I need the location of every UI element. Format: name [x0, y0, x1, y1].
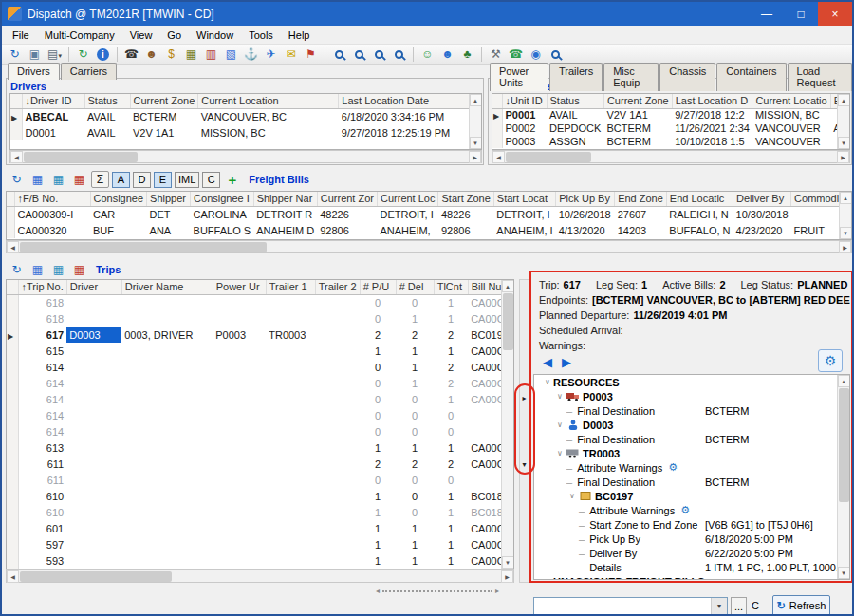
trips-cell[interactable]: 618 [18, 294, 66, 310]
trips-col-driver-name[interactable]: Driver Name [121, 280, 213, 294]
trips-cell[interactable] [121, 343, 213, 359]
drivers-cell[interactable]: D0001 [22, 124, 84, 140]
trips-cell[interactable]: 0 [360, 294, 396, 310]
power-units-col-last-location-d[interactable]: Last Location D [672, 94, 752, 108]
trips-cell[interactable]: 1 [360, 520, 396, 536]
freight-bills-cell[interactable]: 10/30/2018 [733, 206, 791, 222]
trips-cell[interactable] [66, 552, 121, 569]
trips-cell[interactable] [121, 552, 213, 569]
trips-cell[interactable]: 610 [18, 504, 66, 520]
ship-icon[interactable]: ⚓ [242, 46, 260, 63]
trips-cell[interactable]: 1 [396, 536, 434, 552]
trips-cell[interactable] [121, 439, 213, 456]
trips-cell[interactable] [213, 536, 266, 552]
previous-leg-button[interactable] [539, 353, 556, 370]
trips-cell[interactable] [66, 488, 121, 504]
freight-bills-cell[interactable]: 27607 [615, 206, 667, 222]
freight-bills-filter-c[interactable]: C [202, 172, 220, 188]
trips-row[interactable]: 597111CA00C [7, 536, 511, 552]
trips-cell[interactable] [213, 294, 266, 310]
refresh-icon[interactable]: ↻ [8, 261, 26, 278]
chevron-down-icon[interactable] [542, 577, 553, 580]
splitter-expand-icon[interactable] [520, 458, 529, 471]
freight-bills-filter-d[interactable]: D [133, 172, 151, 188]
equipment-tab-power-units[interactable]: Power Units [490, 63, 548, 91]
trips-cell[interactable]: TR0003 [266, 327, 315, 343]
power-units-cell[interactable]: MISSION, BC [752, 108, 830, 121]
freight-bills-cell[interactable]: 92806 [438, 222, 493, 238]
trips-row[interactable]: 618011CA00C [7, 310, 511, 327]
trips-row[interactable]: 601111CA00C [7, 520, 511, 536]
money-icon[interactable]: $ [162, 46, 180, 63]
trips-cell[interactable] [66, 520, 121, 536]
scroll-thumb[interactable] [20, 571, 172, 582]
drivers-tab-drivers[interactable]: Drivers [8, 63, 60, 80]
trips-cell[interactable] [121, 359, 213, 375]
trips-cell[interactable]: 1 [360, 439, 396, 456]
trips-row[interactable]: 614001CA00C [7, 391, 511, 407]
users-icon[interactable]: ☻ [438, 46, 456, 63]
drivers-cell[interactable]: MISSION, BC [198, 124, 339, 140]
find-trip-icon[interactable] [390, 46, 408, 63]
scroll-down-icon[interactable] [470, 137, 482, 149]
chevron-down-icon[interactable] [711, 598, 727, 614]
trips-cell[interactable]: 0 [360, 359, 396, 375]
menu-view[interactable]: View [122, 28, 160, 43]
trips-cell[interactable] [121, 536, 213, 552]
tree-vertical-scrollbar[interactable] [837, 375, 849, 579]
trips-cell[interactable]: 0 [434, 423, 468, 439]
trips-row[interactable]: 611000 [7, 472, 511, 488]
trips-cell[interactable] [315, 294, 360, 310]
power-units-cell[interactable]: BCTERM [603, 121, 672, 135]
trips-cell[interactable] [266, 488, 315, 504]
freight-bills-row[interactable]: CA000320BUFANABUFFALO SANAHEIM D92806ANA… [7, 222, 852, 238]
trips-cell[interactable]: 2 [434, 375, 468, 391]
scroll-down-icon[interactable] [838, 567, 850, 579]
trips-row[interactable]: 617D00030003, DRIVERP0003TR0003222BC019 [7, 327, 511, 343]
trips-cell[interactable]: 1 [360, 504, 396, 520]
trips-cell[interactable] [213, 375, 266, 391]
trips-col-power-ur[interactable]: Power Ur [213, 280, 266, 294]
trips-cell[interactable] [266, 536, 315, 552]
trips-cell[interactable] [121, 472, 213, 488]
vertical-splitter[interactable] [519, 279, 529, 583]
freight-bills-cell[interactable]: 92806 [317, 222, 377, 238]
trips-cell[interactable] [66, 391, 121, 407]
menu-tools[interactable]: Tools [241, 28, 281, 43]
equipment-tab-chassis[interactable]: Chassis [659, 63, 715, 91]
freight-bills-col-f-b-no[interactable]: ↑F/B No. [14, 192, 90, 206]
trips-cell[interactable]: D0003 [66, 327, 121, 343]
trips-col-trailer-1[interactable]: Trailer 1 [266, 280, 315, 294]
freight-bills-cell[interactable]: DETROIT, I [378, 206, 438, 222]
trips-cell[interactable]: 611 [18, 456, 66, 472]
trips-cell[interactable] [266, 520, 315, 536]
drivers-tab-carriers[interactable]: Carriers [61, 63, 117, 80]
tree-row-final-destination[interactable]: Final DestinationBCTERM [534, 432, 849, 446]
power-units-cell[interactable]: VANCOUVER [752, 135, 830, 148]
menu-multi-company[interactable]: Multi-Company [37, 28, 122, 43]
globe-icon[interactable]: ◉ [527, 46, 545, 63]
trips-cell[interactable] [315, 504, 360, 520]
trips-cell[interactable] [66, 472, 121, 488]
scroll-up-icon[interactable] [838, 375, 850, 387]
trips-cell[interactable] [213, 472, 266, 488]
scroll-down-icon[interactable] [502, 556, 514, 569]
trips-cell[interactable] [266, 294, 315, 310]
find-bill-icon[interactable] [330, 46, 348, 63]
trips-cell[interactable]: 0 [360, 423, 396, 439]
trips-horizontal-scrollbar[interactable] [6, 569, 514, 583]
trips-cell[interactable]: 1 [434, 294, 468, 310]
scroll-right-icon[interactable] [469, 151, 481, 163]
grid-teal-icon[interactable]: ▦ [49, 171, 67, 188]
freight-bills-filter-e[interactable]: E [154, 172, 172, 188]
trips-cell[interactable] [213, 456, 266, 472]
trips-cell[interactable] [266, 552, 315, 569]
trips-cell[interactable] [66, 536, 121, 552]
trips-cell[interactable]: 0003, DRIVER [121, 327, 213, 343]
trips-cell[interactable] [213, 391, 266, 407]
menu-help[interactable]: Help [281, 28, 318, 43]
trips-row[interactable]: 593111CA00C [7, 552, 511, 569]
trips-cell[interactable]: 1 [360, 488, 396, 504]
trips-row[interactable]: 615111CA00C [7, 343, 511, 359]
trips-cell[interactable]: 0 [396, 504, 434, 520]
